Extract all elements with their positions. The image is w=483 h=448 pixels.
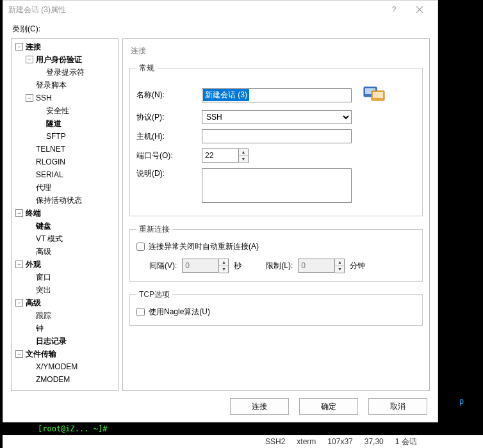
spin-up-icon[interactable]: ▲ [219, 259, 228, 266]
limit-label: 限制(L): [266, 260, 293, 271]
tree-advanced[interactable]: 高级 [24, 298, 42, 308]
port-label: 端口号(O): [136, 150, 202, 161]
status-ssh: SSH2 [265, 437, 285, 446]
terminal-fragment: [root@iZ... ~]# [35, 422, 483, 435]
close-icon [416, 6, 423, 13]
tree-advanced-t[interactable]: 高级 [35, 246, 53, 257]
reconnect-legend: 重新连接 [136, 224, 172, 235]
close-button[interactable] [407, 1, 432, 19]
tree-zmodem[interactable]: ZMODEM [35, 375, 71, 384]
dialog-content: 类别(C): −连接 −用户身份验证 登录提示符 登录脚本 −SSH [3, 19, 438, 422]
expand-toggle[interactable]: − [15, 43, 23, 51]
tree-telnet[interactable]: TELNET [35, 145, 67, 154]
tree-terminal[interactable]: 终端 [24, 208, 42, 219]
tree-serial[interactable]: SERIAL [35, 170, 65, 179]
spin-up-icon[interactable]: ▲ [239, 149, 248, 156]
expand-toggle[interactable]: − [26, 94, 33, 102]
tree-logging[interactable]: 日志记录 [35, 336, 68, 347]
tree-user-auth[interactable]: 用户身份验证 [35, 54, 83, 65]
tree-file-transfer[interactable]: 文件传输 [24, 349, 58, 360]
port-input[interactable] [202, 148, 239, 163]
tree-rlogin[interactable]: RLOGIN [35, 157, 67, 166]
tree-appearance[interactable]: 外观 [24, 259, 42, 270]
main-split: −连接 −用户身份验证 登录提示符 登录脚本 −SSH 安全性 隧道 [11, 38, 430, 391]
tree-keyboard[interactable]: 键盘 [35, 221, 53, 232]
general-fieldset: 常规 名称(N): 新建会话 (3) [129, 63, 423, 216]
dialog-buttons: 连接 确定 取消 [11, 391, 430, 422]
expand-toggle[interactable]: − [15, 209, 23, 217]
limit-input[interactable] [298, 259, 335, 273]
session-icon [363, 85, 385, 105]
spin-down-icon[interactable]: ▼ [239, 156, 248, 163]
settings-panel: 连接 常规 名称(N): 新建会话 (3) [122, 38, 430, 391]
interval-label: 间隔(V): [149, 260, 177, 271]
host-label: 主机(H): [136, 131, 202, 142]
titlebar: 新建会话 (3)属性 ? [3, 1, 438, 19]
help-button[interactable]: ? [381, 1, 407, 19]
spin-down-icon[interactable]: ▼ [335, 266, 344, 273]
status-pos: 37,30 [364, 437, 384, 446]
category-label: 类别(C): [12, 24, 430, 35]
nagle-checkbox[interactable]: 使用Nagle算法(U) [136, 307, 416, 317]
reconnect-fieldset: 重新连接 连接异常关闭时自动重新连接(A) 间隔(V): ▲▼ 秒 限制(L): [129, 224, 423, 282]
panel-heading: 连接 [131, 45, 423, 56]
port-stepper[interactable]: ▲▼ [202, 148, 249, 163]
tree-vt-mode[interactable]: VT 模式 [35, 234, 64, 244]
limit-stepper[interactable]: ▲▼ [298, 259, 345, 273]
properties-dialog: 新建会话 (3)属性 ? 类别(C): −连接 −用户身份验证 登录提示符 登录… [3, 0, 438, 422]
cancel-button[interactable]: 取消 [368, 398, 427, 415]
status-bar: SSH2 xterm 107x37 37,30 1 会话 [3, 435, 483, 448]
status-size: 107x37 [327, 437, 352, 446]
ok-button[interactable]: 确定 [299, 398, 358, 415]
status-term: xterm [297, 437, 316, 446]
tree-sftp[interactable]: SFTP [45, 132, 67, 141]
seconds-unit: 秒 [234, 260, 242, 271]
minutes-unit: 分钟 [350, 260, 365, 271]
desc-textarea[interactable] [202, 168, 352, 203]
tree-proxy[interactable]: 代理 [35, 182, 53, 193]
name-input[interactable]: 新建会话 (3) [202, 88, 352, 102]
name-label: 名称(N): [136, 90, 202, 100]
tree-highlight[interactable]: 突出 [35, 285, 53, 296]
tcp-fieldset: TCP选项 使用Nagle算法(U) [129, 289, 423, 326]
interval-input[interactable] [182, 259, 219, 273]
status-sess: 1 会话 [395, 436, 417, 447]
category-tree-panel: −连接 −用户身份验证 登录提示符 登录脚本 −SSH 安全性 隧道 [11, 38, 119, 391]
category-tree[interactable]: −连接 −用户身份验证 登录提示符 登录脚本 −SSH 安全性 隧道 [12, 40, 118, 386]
tree-login-prompt[interactable]: 登录提示符 [45, 67, 86, 78]
connect-button[interactable]: 连接 [230, 398, 289, 415]
tree-bell[interactable]: 钟 [35, 323, 45, 334]
tree-tunnel[interactable]: 隧道 [45, 118, 63, 129]
general-legend: 常规 [136, 63, 157, 74]
host-input[interactable] [202, 129, 352, 143]
tree-xymodem[interactable]: X/YMODEM [35, 362, 79, 371]
tree-trace[interactable]: 跟踪 [35, 310, 53, 321]
expand-toggle[interactable]: − [15, 350, 23, 358]
tcp-legend: TCP选项 [136, 289, 172, 300]
tree-window[interactable]: 窗口 [35, 272, 53, 283]
expand-toggle[interactable]: − [15, 260, 23, 268]
spin-down-icon[interactable]: ▼ [219, 266, 228, 273]
interval-stepper[interactable]: ▲▼ [182, 259, 229, 273]
desc-label: 说明(D): [136, 168, 202, 179]
tree-connection[interactable]: 连接 [24, 42, 42, 52]
window-title: 新建会话 (3)属性 [8, 4, 381, 15]
auto-reconnect-checkbox[interactable]: 连接异常关闭时自动重新连接(A) [136, 241, 416, 252]
expand-toggle[interactable]: − [15, 299, 23, 307]
protocol-label: 协议(P): [136, 112, 202, 123]
tree-login-script[interactable]: 登录脚本 [35, 80, 68, 91]
spin-up-icon[interactable]: ▲ [335, 259, 344, 266]
expand-toggle[interactable]: − [26, 56, 33, 63]
tree-ssh[interactable]: SSH [35, 93, 53, 102]
background-link-fragment: p [459, 397, 464, 406]
tree-keep-active[interactable]: 保持活动状态 [35, 195, 83, 206]
svg-rect-5 [373, 92, 383, 98]
protocol-select[interactable]: SSH [202, 110, 352, 124]
tree-security[interactable]: 安全性 [45, 106, 70, 116]
